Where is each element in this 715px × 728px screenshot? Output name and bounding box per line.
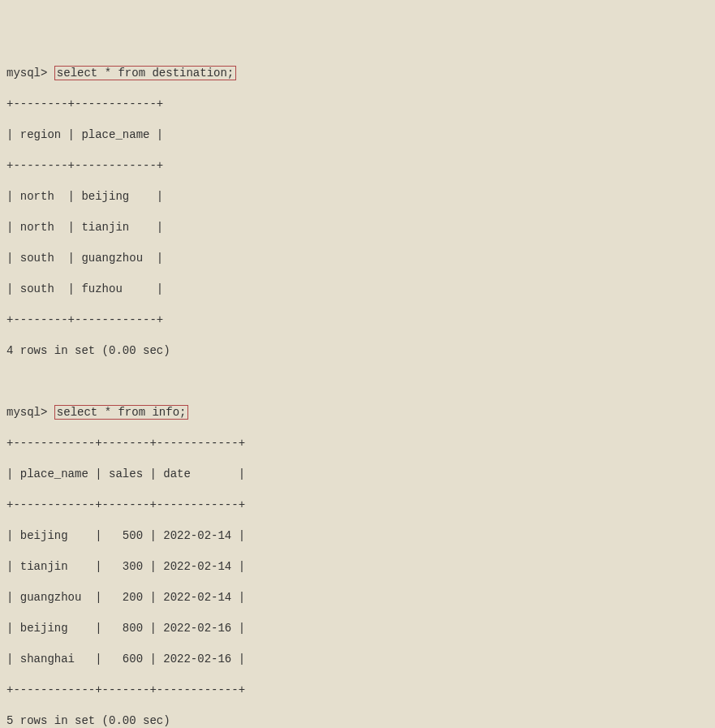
sql-query-2: select * from info; — [54, 405, 189, 420]
sql-query-1: select * from destination; — [54, 66, 236, 80]
table-border: +------------+-------+------------+ — [6, 683, 709, 698]
prompt-line: mysql> select * from destination; — [6, 66, 709, 81]
table-row: | guangzhou | 200 | 2022-02-14 | — [6, 590, 709, 605]
table-row: | north | tianjin | — [6, 220, 709, 235]
table-row: | north | beijing | — [6, 189, 709, 205]
table-row: | south | guangzhou | — [6, 251, 709, 266]
table-row: | tianjin | 300 | 2022-02-14 | — [6, 559, 709, 575]
table-border: +------------+-------+------------+ — [6, 436, 709, 451]
prompt: mysql> — [6, 67, 47, 80]
table-row: | south | fuzhou | — [6, 282, 709, 297]
table-row: | beijing | 500 | 2022-02-14 | — [6, 528, 709, 544]
table-border: +--------+------------+ — [6, 97, 709, 112]
prompt: mysql> — [6, 406, 47, 419]
table-row: | shanghai | 600 | 2022-02-16 | — [6, 652, 709, 667]
table-row: | beijing | 800 | 2022-02-16 | — [6, 621, 709, 636]
table-header: | place_name | sales | date | — [6, 467, 709, 482]
table-header: | region | place_name | — [6, 127, 709, 143]
table-border: +--------+------------+ — [6, 158, 709, 174]
table-border: +------------+-------+------------+ — [6, 498, 709, 513]
result-summary: 5 rows in set (0.00 sec) — [6, 713, 709, 728]
prompt-line: mysql> select * from info; — [6, 405, 709, 420]
result-summary: 4 rows in set (0.00 sec) — [6, 343, 709, 359]
table-border: +--------+------------+ — [6, 312, 709, 328]
